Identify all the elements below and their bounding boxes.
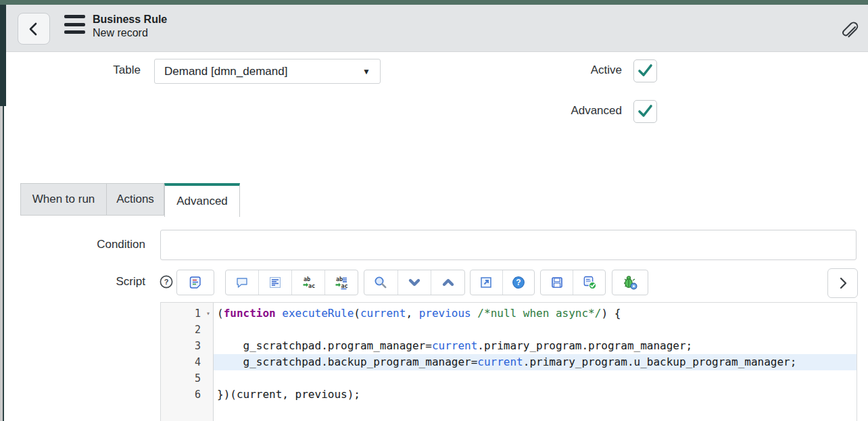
tab-actions[interactable]: Actions (107, 183, 164, 216)
table-select-value: Demand [dmn_demand] (164, 65, 287, 78)
help-icon[interactable]: ? (502, 270, 535, 295)
line-number[interactable]: 1▾ (161, 305, 213, 322)
toolbar-group-debug (612, 270, 648, 295)
edit-script-icon[interactable] (177, 270, 214, 295)
open-in-new-window-icon[interactable] (471, 270, 502, 295)
line-number[interactable]: 3 (161, 338, 213, 354)
find-next-icon[interactable] (397, 270, 431, 295)
top-accent-strip (0, 0, 868, 5)
code-line[interactable]: (function executeRule(current, previous … (214, 305, 857, 322)
line-number[interactable]: 6 (161, 387, 213, 403)
line-number[interactable]: 4 (161, 354, 213, 370)
code-line[interactable]: g_scratchpad.backup_program_manager=curr… (214, 354, 857, 370)
advanced-field-label: Advanced (473, 104, 622, 118)
table-field-label: Table (41, 64, 141, 77)
editor-code[interactable]: (function executeRule(current, previous … (214, 303, 857, 421)
replace-icon[interactable]: ab ac (291, 270, 324, 295)
svg-text:ab: ab (304, 276, 310, 282)
find-previous-icon[interactable] (431, 270, 464, 295)
checkmark-icon (636, 103, 654, 120)
code-line[interactable]: })(current, previous); (214, 387, 857, 403)
toolbar-group-save (540, 270, 606, 295)
debug-icon[interactable] (612, 270, 648, 295)
field-help-icon[interactable]: ? (159, 274, 174, 289)
line-number[interactable]: 5 (161, 370, 213, 387)
condition-input[interactable] (160, 230, 857, 260)
svg-text:ab: ab (336, 276, 343, 282)
svg-text:ac: ac (308, 282, 315, 289)
active-checkbox[interactable] (633, 59, 657, 82)
code-line[interactable]: g_scratchpad.program_manager=current.pri… (214, 338, 857, 354)
code-line[interactable] (214, 322, 857, 338)
code-line[interactable] (214, 370, 857, 387)
tab-when-to-run[interactable]: When to run (20, 183, 107, 216)
script-field-label: Script (37, 275, 145, 289)
table-select[interactable]: Demand [dmn_demand] ▼ (154, 59, 381, 84)
save-icon[interactable] (541, 270, 573, 295)
format-code-icon[interactable] (258, 270, 291, 295)
active-field-label: Active (473, 64, 622, 77)
back-chevron-icon (26, 21, 41, 37)
line-number[interactable]: 2 (161, 322, 213, 338)
replace-all-icon[interactable]: ab ac (324, 270, 358, 295)
record-header: Business Rule New record (0, 5, 868, 52)
script-editor[interactable]: 1▾23456 (function executeRule(current, p… (160, 302, 857, 421)
svg-text:ac: ac (341, 282, 348, 289)
page-title: Business Rule (93, 13, 167, 26)
hamburger-menu-icon[interactable] (64, 15, 85, 34)
page-subtitle: New record (93, 26, 167, 40)
chevron-right-icon (836, 276, 850, 291)
condition-field-label: Condition (37, 238, 145, 251)
frame-divider (3, 106, 4, 421)
expand-related-button[interactable] (827, 268, 858, 298)
checkmark-icon (636, 62, 654, 80)
toolbar-group-edit: ab ac ab ac (225, 270, 358, 295)
back-button[interactable] (18, 13, 50, 45)
toolbar-group-search (364, 270, 465, 295)
dropdown-caret-icon: ▼ (362, 67, 370, 76)
toggle-comment-icon[interactable] (226, 270, 258, 295)
svg-text:?: ? (516, 278, 521, 287)
search-icon[interactable] (364, 270, 397, 295)
syntax-check-icon[interactable] (573, 270, 605, 295)
left-nav-strip (0, 5, 6, 106)
advanced-checkbox[interactable] (633, 100, 657, 123)
fold-arrow-icon[interactable]: ▾ (206, 305, 210, 322)
record-title-block: Business Rule New record (93, 13, 167, 40)
business-rule-form: Business Rule New record Table Demand [d… (0, 0, 868, 421)
svg-text:?: ? (164, 278, 169, 286)
paperclip-icon[interactable] (837, 20, 860, 45)
tab-advanced[interactable]: Advanced (164, 183, 240, 217)
toolbar-group-script (176, 270, 214, 295)
toolbar-group-window: ? (470, 270, 535, 295)
tab-bar: When to run Actions Advanced (20, 183, 240, 216)
editor-gutter: 1▾23456 (161, 303, 214, 421)
